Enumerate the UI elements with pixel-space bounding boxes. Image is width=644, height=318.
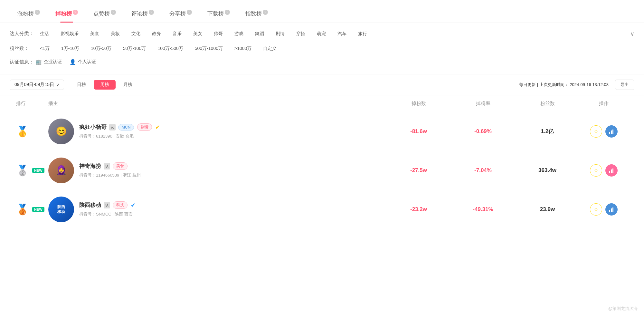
th-drop-rate: 掉粉率 [451,101,515,107]
date-selector[interactable]: 09月09日-09月15日 ∨ [10,80,64,90]
svg-rect-1 [611,130,612,134]
cert-filter-items: 🏢 企业认证 👤 个人认证 [35,59,96,65]
expand-categories-icon[interactable]: ∨ [630,30,634,37]
filter-cat-travel[interactable]: 旅行 [354,29,372,38]
period-tabs: 日榜 周榜 月榜 [71,80,139,90]
tag-food-2[interactable]: 美食 [113,162,128,170]
fans-1: 1.2亿 [515,128,580,135]
filter-cat-game[interactable]: 游戏 [230,29,248,38]
cert-personal[interactable]: 👤 个人认证 [70,59,96,65]
streamer-name-1: 疯狂小杨哥 [79,123,107,131]
tab-share[interactable]: 分享榜? [162,6,200,23]
drop-count-1: -81.6w [386,128,451,135]
filter-cat-music[interactable]: 音乐 [168,29,186,38]
filter-section: 达人分类： 生活 影视娱乐 美食 美妆 文化 政务 音乐 美女 帅哥 游戏 舞蹈… [0,23,644,74]
star-button-2[interactable]: ☆ [590,164,602,177]
enterprise-icon: 🏢 [35,59,42,65]
tab-rise[interactable]: 涨粉榜? [10,6,48,23]
fans-lt1w[interactable]: <1万 [35,44,54,53]
cert-filter-row: 认证信息： 🏢 企业认证 👤 个人认证 [10,59,634,65]
action-cell-2: ☆ [580,164,628,177]
tab-like[interactable]: 点赞榜? [86,6,124,23]
tag-mcn-1[interactable]: MCN [118,124,134,130]
fans-filter-label: 粉丝数： [10,45,35,52]
filter-cat-handsome[interactable]: 帅哥 [209,29,227,38]
filter-cat-fashion[interactable]: 穿搭 [292,29,310,38]
rank-cell-1: 🥇 [16,125,48,138]
fans-gt1000w[interactable]: >1000万 [230,44,256,53]
filter-cat-culture[interactable]: 文化 [127,29,145,38]
star-button-3[interactable]: ☆ [590,203,602,216]
table-row: 🥉 NEW 陕西移动 陕西移动 认 科技 ✔ 抖音号：SNMCC | 陕西 西安 [10,190,634,229]
drop-count-value-2: -27.5w [410,167,427,173]
filter-cat-food[interactable]: 美食 [86,29,104,38]
drop-rate-2: -7.04% [451,167,515,174]
filter-cat-beauty2[interactable]: 美女 [189,29,207,38]
fans-value-2: 363.4w [538,167,556,173]
streamer-name-row-1: 疯狂小杨哥 认 MCN 剧情 ✔ [79,123,386,131]
filter-cat-drama[interactable]: 剧情 [271,29,289,38]
filter-cat-dance[interactable]: 舞蹈 [251,29,269,38]
th-streamer: 播主 [48,101,386,107]
main-container: 涨粉榜? 掉粉榜? 点赞榜? 评论榜? 分享榜? 下载榜? 指数榜? 达人分类：… [0,0,644,318]
tab-download[interactable]: 下载榜? [200,6,238,23]
fans-100w-500w[interactable]: 100万-500万 [153,44,187,53]
fans-value-3: 23.9w [540,206,555,212]
streamer-id-2: 抖音号：1194660539 | 浙江 杭州 [79,172,386,178]
drop-rate-value-3: -49.31% [473,206,493,212]
star-button-1[interactable]: ☆ [590,125,602,138]
streamer-cell-2: 🧕 神奇海捞 认 美食 抖音号：1194660539 | 浙江 杭州 [48,158,386,183]
filter-cat-beauty[interactable]: 美妆 [106,29,124,38]
export-button[interactable]: 导出 [615,80,634,90]
table-container: 排行 播主 掉粉数 掉粉率 粉丝数 操作 🥇 😊 疯狂小杨哥 认 MCN [0,95,644,236]
chart-button-1[interactable] [605,125,618,138]
period-monthly[interactable]: 月榜 [117,80,139,90]
category-filter-label: 达人分类： [10,31,35,37]
drop-count-value-3: -23.2w [410,206,427,212]
avatar-3: 陕西移动 [48,197,74,222]
top-nav: 涨粉榜? 掉粉榜? 点赞榜? 评论榜? 分享榜? 下载榜? 指数榜? [0,0,644,23]
streamer-cell-1: 😊 疯狂小杨哥 认 MCN 剧情 ✔ 抖音号：6182390 | 安徽 合肥 [48,119,386,144]
streamer-info-1: 疯狂小杨哥 认 MCN 剧情 ✔ 抖音号：6182390 | 安徽 合肥 [79,123,386,139]
fans-50w-100w[interactable]: 50万-100万 [118,44,151,53]
rank-medal-bronze: 🥉 [16,203,29,216]
fans-10w-50w[interactable]: 10万-50万 [86,44,116,53]
streamer-id-1: 抖音号：6182390 | 安徽 合肥 [79,133,386,139]
personal-icon: 👤 [70,59,76,65]
filter-cat-car[interactable]: 汽车 [333,29,351,38]
table-header: 排行 播主 掉粉数 掉粉率 粉丝数 操作 [10,95,634,112]
chart-button-3[interactable] [605,203,618,216]
tab-drop[interactable]: 掉粉榜? [48,6,86,23]
rank-medal-gold: 🥇 [16,125,29,138]
tag-tech-3[interactable]: 科技 [113,201,128,209]
tab-index[interactable]: 指数榜? [238,6,276,23]
fans-500w-1000w[interactable]: 500万-1000万 [190,44,227,53]
fans-custom[interactable]: 自定义 [259,44,281,53]
update-time: 2024-09-16 13:12:08 [570,82,609,87]
table-row: 🥇 😊 疯狂小杨哥 认 MCN 剧情 ✔ 抖音号：6182390 | 安徽 合肥 [10,112,634,151]
action-cell-1: ☆ [580,125,628,138]
svg-rect-6 [609,210,610,212]
fans-filter-items: <1万 1万-10万 10万-50万 50万-100万 100万-500万 50… [35,44,634,53]
avatar-2: 🧕 [48,158,74,183]
category-filter-row: 达人分类： 生活 影视娱乐 美食 美妆 文化 政务 音乐 美女 帅哥 游戏 舞蹈… [10,29,634,38]
action-cell-3: ☆ [580,203,628,216]
period-daily[interactable]: 日榜 [71,80,92,90]
th-drop-count: 掉粉数 [386,101,451,107]
tab-comment[interactable]: 评论榜? [124,6,162,23]
filter-cat-politics[interactable]: 政务 [147,29,166,38]
fans-1w-10w[interactable]: 1万-10万 [57,44,84,53]
period-weekly[interactable]: 周榜 [94,80,116,90]
cert-enterprise[interactable]: 🏢 企业认证 [35,59,62,65]
filter-cat-pets[interactable]: 萌宠 [312,29,330,38]
svg-rect-4 [611,169,612,173]
filter-cat-entertainment[interactable]: 影视娱乐 [56,29,83,38]
drop-rate-value-1: -0.69% [474,128,492,134]
fans-filter-row: 粉丝数： <1万 1万-10万 10万-50万 50万-100万 100万-50… [10,44,634,53]
rank-cell-3: 🥉 NEW [16,203,48,216]
drop-rate-value-2: -7.04% [474,167,492,173]
chart-button-2[interactable] [605,164,618,177]
filter-cat-life[interactable]: 生活 [35,29,53,38]
chevron-down-icon: ∨ [56,82,59,87]
tag-drama-1[interactable]: 剧情 [137,123,152,131]
